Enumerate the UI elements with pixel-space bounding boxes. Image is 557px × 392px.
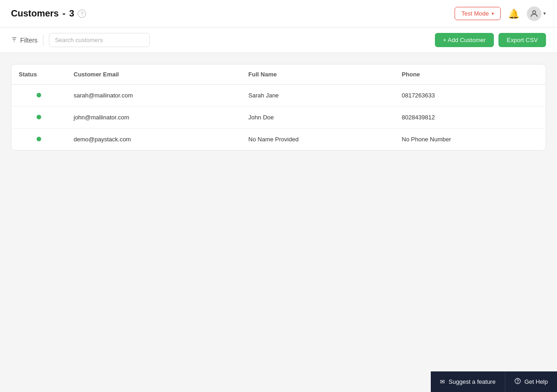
user-menu[interactable]: ▾ (527, 6, 546, 21)
user-chevron-icon: ▾ (543, 11, 546, 16)
name-cell: John Doe (241, 107, 394, 129)
test-mode-label: Test Mode (461, 10, 489, 17)
header-right: Test Mode ▾ 🔔 ▾ (455, 6, 546, 21)
add-customer-button[interactable]: + Add Customer (435, 33, 494, 47)
table-header-row: Status Customer Email Full Name Phone (11, 64, 546, 85)
search-input[interactable] (49, 33, 150, 47)
page-title: Customers (11, 8, 59, 19)
main-content: Status Customer Email Full Name Phone sa… (0, 53, 557, 161)
table-row[interactable]: demo@paystack.com No Name Provided No Ph… (11, 129, 546, 150)
name-cell: Sarah Jane (241, 85, 394, 107)
export-csv-button[interactable]: Export CSV (498, 33, 546, 47)
table-row[interactable]: sarah@mailinator.com Sarah Jane 08172636… (11, 85, 546, 107)
status-dot (37, 93, 41, 97)
add-customer-label: + Add Customer (443, 37, 486, 43)
header-left: Customers - 3 ? (11, 8, 86, 19)
filters-button[interactable]: Filters (11, 34, 37, 46)
toolbar-right: + Add Customer Export CSV (435, 33, 546, 47)
col-phone: Phone (395, 64, 546, 85)
avatar (527, 6, 541, 21)
notification-bell-icon[interactable]: 🔔 (508, 8, 520, 19)
email-cell: demo@paystack.com (66, 129, 241, 150)
toolbar-divider (43, 35, 43, 46)
help-icon[interactable]: ? (78, 10, 86, 18)
name-cell: No Name Provided (241, 129, 394, 150)
test-mode-button[interactable]: Test Mode ▾ (455, 7, 501, 20)
toolbar: Filters + Add Customer Export CSV (0, 27, 557, 53)
status-cell (11, 85, 66, 107)
filter-icon (11, 36, 17, 44)
phone-cell: No Phone Number (395, 129, 546, 150)
chevron-down-icon: ▾ (492, 11, 494, 16)
col-email: Customer Email (66, 64, 241, 85)
status-cell (11, 107, 66, 129)
phone-cell: 0817263633 (395, 85, 546, 107)
customers-table-card: Status Customer Email Full Name Phone sa… (11, 64, 546, 150)
status-cell (11, 129, 66, 150)
count-separator: - (62, 8, 65, 19)
status-dot (37, 115, 41, 119)
email-cell: john@mallinator.com (66, 107, 241, 129)
toolbar-left: Filters (11, 33, 150, 47)
filters-label: Filters (20, 37, 37, 44)
col-status: Status (11, 64, 66, 85)
table-row[interactable]: john@mallinator.com John Doe 8028439812 (11, 107, 546, 129)
app-header: Customers - 3 ? Test Mode ▾ 🔔 ▾ (0, 0, 557, 27)
customer-count: 3 (69, 8, 74, 19)
export-csv-label: Export CSV (507, 37, 538, 43)
svg-point-0 (533, 11, 536, 14)
phone-cell: 8028439812 (395, 107, 546, 129)
email-cell: sarah@mailinator.com (66, 85, 241, 107)
col-name: Full Name (241, 64, 394, 85)
customers-table: Status Customer Email Full Name Phone sa… (11, 64, 546, 150)
status-dot (37, 137, 41, 141)
